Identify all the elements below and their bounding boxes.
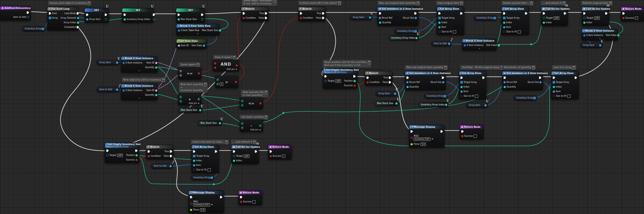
output-pin-row[interactable] (481, 75, 486, 80)
pin-pin[interactable] (86, 14, 89, 16)
struct-ref-pin[interactable] (503, 81, 506, 84)
false-pin[interactable] (389, 81, 391, 83)
input-pin-row[interactable] (299, 11, 314, 16)
pin-pin[interactable] (240, 196, 242, 198)
input-pin-row[interactable] (378, 11, 394, 16)
target-array-pin[interactable] (503, 17, 506, 19)
node-return-node-3[interactable]: ▣Return NodeSuccess✓ (268, 145, 292, 159)
collapse-chevron-icon[interactable]: ^ (138, 98, 140, 100)
input-pin-row[interactable] (502, 11, 522, 16)
true-pin[interactable] (265, 12, 267, 15)
node-add-item-to-inventory[interactable]: ▦AddItemToInventoryItem to Add (0, 6, 31, 21)
size-to-fit-pin[interactable] (438, 31, 441, 33)
input-pin-row[interactable]: Target Array (459, 80, 480, 85)
pin-pin[interactable] (215, 150, 217, 153)
target-array-pin[interactable] (193, 155, 195, 157)
output-pin-row[interactable] (103, 12, 109, 17)
input-pin-row[interactable]: Index (232, 158, 251, 163)
output-pin-row[interactable] (103, 17, 109, 22)
index-pin[interactable] (553, 86, 555, 88)
node-less-equal[interactable]: <= (240, 97, 263, 109)
node-header[interactable]: ↱Branch (146, 145, 173, 149)
output-pin-row[interactable]: Item to Add (12, 15, 30, 19)
node-break-s-item-instance-slot-1[interactable]: «Break S Item InstanceS Item InstanceSlo… (462, 39, 497, 51)
quantity-pin[interactable] (155, 94, 157, 96)
pin-pin[interactable] (241, 100, 243, 102)
input-pin-row[interactable]: Condition (365, 80, 381, 85)
node-return-node-1[interactable]: ▣Return NodeSuccess✓ (621, 7, 644, 21)
slot-index-pin[interactable] (617, 34, 619, 36)
node-header[interactable]: ↱Branch (241, 7, 268, 11)
blueprint-graph-canvas[interactable]: Assess each objet in inventorySame objet… (0, 0, 644, 214)
pin-pin[interactable] (148, 150, 150, 153)
target-pin[interactable] (233, 155, 235, 157)
node-branch-4[interactable]: ↱BranchConditionTrueFalse (146, 145, 174, 159)
input-pin-row[interactable] (146, 149, 162, 154)
output-pin-row[interactable]: Success (125, 158, 139, 162)
s-item-instance-pin[interactable] (123, 62, 125, 64)
item-pin[interactable] (193, 164, 195, 166)
output-pin-row[interactable]: Item ID (144, 61, 159, 65)
output-pin-row[interactable] (343, 74, 357, 79)
s-item-table-row-pin[interactable] (178, 29, 180, 32)
variable-get-max-stack-size[interactable]: V.Max Stack Size (198, 121, 222, 126)
pin-pin[interactable] (216, 83, 219, 85)
comment-bubble[interactable]: Is there room left in the stack? (298, 1, 342, 5)
pin-pin[interactable] (503, 12, 506, 15)
output-pin-row[interactable] (151, 12, 157, 17)
input-pin-row[interactable]: Index (192, 158, 212, 163)
output-pin-row[interactable] (524, 11, 529, 16)
pin-pin[interactable] (153, 14, 155, 16)
comment-bubble[interactable]: New object to add to inventory (122, 78, 166, 82)
variable-get-inventory-array[interactable]: Inventory Array (191, 175, 214, 180)
pin-value-box[interactable]: Inventory Full! (414, 138, 431, 141)
pin-pin[interactable] (220, 196, 222, 198)
input-pin-row[interactable]: Size to Fit (192, 168, 212, 172)
input-pin-row[interactable]: S Item Instance (121, 61, 144, 65)
inventory-array-index-pin[interactable] (124, 18, 126, 21)
output-pin-row[interactable]: Completed (59, 25, 80, 29)
pin-pin[interactable] (406, 76, 409, 79)
pin-pin[interactable] (438, 12, 441, 15)
slot-index-pin[interactable] (498, 44, 500, 46)
comment-bubble[interactable]: Save orignal item (436, 1, 464, 5)
input-pin-row[interactable] (460, 129, 478, 134)
node-branch-3[interactable]: ↱BranchConditionTrueFalse (365, 71, 392, 86)
input-pin-row[interactable]: Success (460, 134, 478, 138)
pin-pin[interactable] (241, 127, 243, 129)
position-pin[interactable] (135, 154, 138, 156)
pin-pin[interactable] (235, 81, 237, 83)
index-pin[interactable] (460, 86, 463, 88)
node-header[interactable]: ƒFMessage Display (189, 191, 224, 194)
size-to-fit-pin[interactable] (503, 31, 506, 33)
input-pin-row[interactable]: Exec (48, 11, 59, 16)
pin-value-box[interactable]: 1 (220, 82, 223, 86)
node-get-empty-inventory-slot-2[interactable]: ƒGet Empty Inventory SlotTarget is BP In… (105, 143, 139, 163)
output-pin-row[interactable] (219, 195, 224, 199)
struct-out-pin[interactable] (442, 81, 445, 84)
node-header[interactable]: ƒFMessage Display (409, 125, 444, 129)
pin-value-box[interactable]: self (554, 16, 559, 20)
pin-pin[interactable] (198, 98, 200, 101)
comment-bubble[interactable]: Max out original item quantity (405, 65, 448, 70)
node-set-members-3[interactable]: ▬Set members in S Item InstanceStruct Re… (502, 71, 543, 90)
output-pin-row[interactable] (526, 75, 543, 80)
comment-bubble[interactable]: full stack overflow (240, 115, 268, 119)
pin-pin[interactable] (414, 12, 417, 15)
input-pin-row[interactable] (502, 75, 518, 80)
false-pin[interactable] (170, 155, 172, 157)
input-pin-row[interactable] (105, 148, 124, 153)
node-set-array-elem-4[interactable]: ƒSet Array ElemTarget ArrayIndexItemSize… (551, 71, 579, 99)
input-pin-row[interactable] (192, 149, 212, 154)
comment-bubble[interactable]: ... and refresh it (231, 140, 257, 144)
node-set-array-item[interactable]: V.SETArray Item (84, 8, 109, 23)
node-break-s-item-instance-2[interactable]: «Break S Item InstanceS Item InstanceIte… (121, 84, 158, 100)
pin-checkbox[interactable] (475, 95, 478, 98)
input-pin-row[interactable] (232, 149, 251, 154)
input-pin-row[interactable] (409, 129, 435, 134)
variable-get-inventory-array-index[interactable]: V.Inventory Array Index (418, 102, 448, 107)
false-pin[interactable] (322, 17, 324, 19)
node-header[interactable]: «Break S Item Instance (121, 84, 157, 88)
pin-pin[interactable] (153, 18, 155, 21)
comment-bubble[interactable]: save it in array (552, 65, 576, 70)
